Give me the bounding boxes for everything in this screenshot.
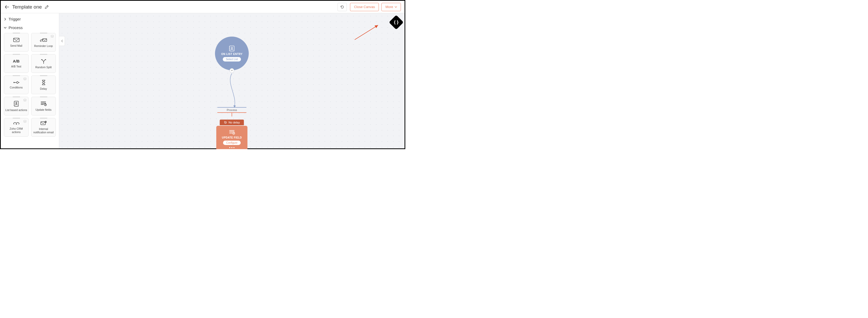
tile-mail[interactable]: Send Mail bbox=[4, 33, 29, 51]
sidebar: Trigger Process Send MailReminder LoopA/… bbox=[1, 13, 59, 148]
crm-actions-icon bbox=[13, 121, 20, 126]
back-button[interactable] bbox=[4, 4, 10, 10]
chevron-down-icon bbox=[4, 27, 6, 29]
action-menu-button[interactable] bbox=[229, 147, 235, 148]
ab-test-icon: A/B bbox=[13, 59, 20, 63]
chevron-right-icon bbox=[4, 18, 6, 21]
delay-icon bbox=[41, 79, 46, 85]
stack-icon bbox=[23, 120, 27, 123]
tile-label: Send Mail bbox=[9, 44, 23, 47]
mail-icon bbox=[13, 37, 20, 42]
tile-label: Conditions bbox=[9, 86, 24, 89]
reminder-loop-icon bbox=[40, 37, 48, 43]
list-actions-icon bbox=[13, 101, 20, 107]
random-split-icon bbox=[40, 58, 47, 64]
delay-chip-label: No delay bbox=[228, 121, 240, 124]
more-button[interactable]: More bbox=[381, 3, 401, 11]
svg-rect-0 bbox=[13, 38, 19, 42]
svg-line-8 bbox=[355, 25, 378, 40]
close-canvas-label: Close Canvas bbox=[354, 5, 375, 9]
svg-rect-9 bbox=[229, 46, 234, 51]
update-fields-icon bbox=[40, 101, 47, 107]
trigger-section-header[interactable]: Trigger bbox=[3, 15, 56, 23]
tile-label: Random Split bbox=[34, 66, 53, 69]
dev-badge[interactable]: { } bbox=[389, 15, 404, 30]
tile-random-split[interactable]: Random Split bbox=[31, 54, 56, 73]
dev-badge-label: { } bbox=[394, 20, 399, 25]
tile-delay[interactable]: Delay bbox=[31, 75, 56, 94]
stack-icon bbox=[50, 35, 54, 38]
connector-line bbox=[224, 70, 240, 109]
stack-icon bbox=[23, 99, 27, 102]
svg-point-4 bbox=[16, 102, 17, 104]
action-card-title: UPDATE FIELD bbox=[222, 136, 242, 139]
stack-icon bbox=[23, 77, 27, 80]
history-icon bbox=[224, 121, 227, 124]
svg-point-2 bbox=[13, 82, 14, 83]
internal-email-icon bbox=[40, 120, 47, 126]
refresh-button[interactable] bbox=[338, 3, 347, 11]
header: Template one Close Canvas More bbox=[1, 1, 405, 13]
delay-chip[interactable]: No delay bbox=[220, 119, 244, 125]
tile-list-actions[interactable]: List based actions bbox=[4, 97, 29, 115]
tile-label: A/B Test bbox=[10, 65, 22, 68]
svg-point-10 bbox=[231, 47, 232, 49]
update-field-icon bbox=[228, 130, 235, 135]
edit-title-button[interactable] bbox=[44, 5, 49, 9]
process-section-label: Process bbox=[8, 26, 23, 30]
tile-label: List based actions bbox=[4, 108, 28, 112]
tile-internal-email[interactable]: Internal notification email bbox=[31, 118, 56, 137]
process-divider: Process bbox=[217, 107, 246, 116]
contact-card-icon bbox=[228, 45, 235, 51]
svg-rect-1 bbox=[42, 39, 47, 41]
trigger-node[interactable]: ON LIST ENTRY Select List bbox=[215, 37, 249, 70]
svg-rect-6 bbox=[41, 122, 45, 125]
process-label: Process bbox=[217, 108, 246, 112]
action-card[interactable]: UPDATE FIELD Configure bbox=[216, 126, 247, 149]
close-canvas-button[interactable]: Close Canvas bbox=[350, 3, 379, 11]
select-list-button[interactable]: Select List bbox=[223, 57, 241, 62]
tile-label: Internal notification email bbox=[31, 127, 56, 134]
canvas[interactable]: { } ON LIST ENTRY Select List bbox=[59, 13, 405, 148]
tile-conditions[interactable]: Conditions bbox=[4, 75, 29, 94]
annotation-arrow bbox=[352, 24, 381, 42]
trigger-node-title: ON LIST ENTRY bbox=[221, 52, 243, 56]
tile-label: Delay bbox=[39, 87, 48, 91]
tile-label: Reminder Loop bbox=[33, 44, 54, 48]
tile-crm-actions[interactable]: Zoho CRM actions bbox=[4, 118, 29, 137]
caret-down-icon bbox=[395, 6, 397, 8]
trigger-section-label: Trigger bbox=[8, 17, 21, 21]
page-title: Template one bbox=[12, 4, 42, 10]
tile-label: Zoho CRM actions bbox=[4, 127, 28, 134]
collapse-sidebar-handle[interactable] bbox=[59, 36, 65, 46]
conditions-icon bbox=[13, 81, 20, 84]
tile-reminder-loop[interactable]: Reminder Loop bbox=[31, 33, 56, 51]
configure-button[interactable]: Configure bbox=[223, 141, 241, 145]
process-section-header[interactable]: Process bbox=[3, 23, 56, 32]
more-label: More bbox=[385, 5, 393, 9]
tile-update-fields[interactable]: Update fields bbox=[31, 97, 56, 115]
tile-ab-test[interactable]: A/BA/B Test bbox=[4, 54, 29, 73]
tile-label: Update fields bbox=[34, 108, 53, 111]
